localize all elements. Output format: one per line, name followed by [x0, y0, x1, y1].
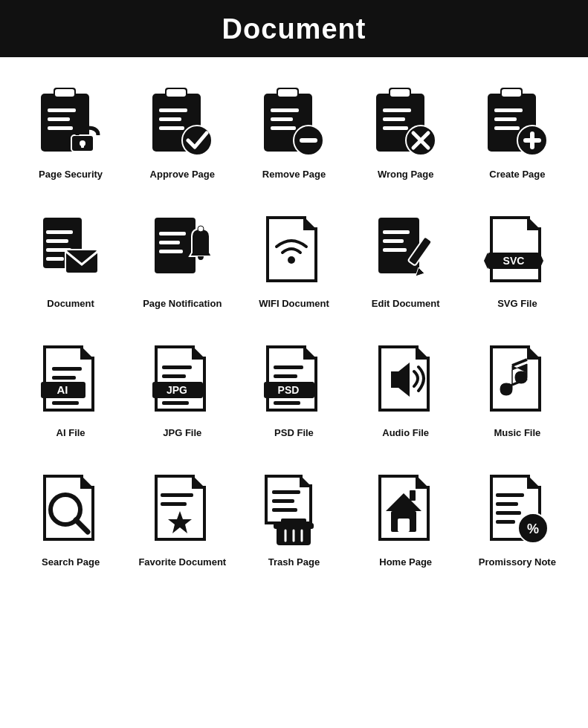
svg-rect-43	[530, 131, 534, 149]
svg-rect-29	[383, 108, 411, 112]
svg-rect-59	[383, 248, 407, 252]
svg-rect-13	[159, 108, 187, 112]
svg-rect-105	[496, 502, 518, 506]
svg-rect-73	[162, 365, 192, 369]
svg-rect-58	[383, 239, 404, 243]
svg-rect-53	[159, 250, 183, 253]
svg-rect-102	[398, 519, 410, 532]
svg-marker-65	[540, 253, 543, 269]
svg-rect-15	[159, 126, 184, 130]
svg-rect-91	[272, 490, 300, 494]
wifi-document-icon	[253, 210, 335, 292]
home-page-label: Home Page	[379, 556, 432, 580]
svg-rect-38	[494, 108, 523, 112]
icon-cell-create-page: Create Page	[462, 71, 573, 200]
svg-rect-28	[390, 89, 410, 97]
svg-text:PSD: PSD	[278, 384, 300, 396]
psd-file-icon: PSD	[253, 339, 335, 421]
icon-cell-page-security: Page Security	[15, 71, 126, 200]
wrong-page-label: Wrong Page	[378, 169, 434, 192]
svg-rect-50	[155, 218, 196, 273]
icon-cell-remove-page: Remove Page	[238, 71, 349, 200]
svg-text:%: %	[527, 521, 539, 536]
svg-rect-52	[159, 241, 180, 244]
page-security-icon	[30, 81, 112, 163]
promissory-note-icon: %	[476, 469, 558, 550]
svg-rect-70	[52, 401, 79, 405]
svg-rect-89	[161, 502, 187, 506]
icon-cell-page-notification: Page Notification	[126, 200, 238, 329]
jpg-file-label: JPG File	[163, 427, 201, 451]
trash-page-icon	[253, 469, 335, 550]
icon-cell-trash-page: Trash Page	[238, 458, 349, 588]
svg-rect-78	[274, 365, 303, 369]
svg-rect-5	[48, 126, 73, 130]
icon-cell-edit-document: Edit Document	[350, 200, 462, 329]
search-page-label: Search Page	[42, 556, 100, 580]
create-page-label: Create Page	[489, 169, 545, 192]
svg-rect-104	[496, 493, 524, 497]
wifi-document-label: WIFI Document	[259, 298, 329, 322]
svg-rect-3	[48, 108, 76, 112]
svg-rect-96	[281, 519, 306, 524]
icon-cell-audio-file: Audio File	[350, 329, 462, 458]
icon-cell-svg-file: SVC SVG File	[462, 200, 573, 329]
svg-rect-74	[162, 374, 186, 378]
page-notification-label: Page Notification	[143, 298, 222, 322]
document-icon	[30, 210, 112, 292]
svg-text:JPG: JPG	[167, 384, 187, 396]
svg-rect-69	[52, 376, 76, 380]
music-file-label: Music File	[494, 427, 540, 451]
svg-marker-100	[386, 493, 421, 511]
icon-cell-ai-file: AI AI File	[15, 329, 126, 458]
svg-rect-37	[502, 89, 521, 97]
svg-rect-80	[274, 401, 300, 405]
home-page-icon	[365, 469, 447, 550]
svg-rect-79	[274, 374, 297, 378]
trash-page-label: Trash Page	[268, 556, 320, 580]
svg-rect-23	[271, 126, 296, 130]
page-notification-icon	[141, 210, 223, 292]
icon-cell-favorite-document: Favorite Document	[126, 458, 238, 588]
svg-rect-88	[161, 493, 193, 497]
page-title: Document	[0, 0, 588, 57]
svg-rect-107	[496, 520, 515, 524]
svg-point-82	[500, 383, 512, 395]
ai-file-label: AI File	[56, 427, 85, 451]
svg-rect-21	[271, 108, 299, 112]
psd-file-label: PSD File	[274, 427, 314, 451]
icon-cell-wrong-page: Wrong Page	[350, 71, 462, 200]
svg-line-87	[76, 520, 88, 532]
icon-cell-document: Document	[15, 200, 126, 329]
svg-rect-40	[494, 126, 520, 130]
svg-point-54	[198, 226, 204, 232]
icon-cell-psd-file: PSD PSD File	[238, 329, 349, 458]
svg-rect-14	[159, 117, 181, 121]
svg-rect-93	[272, 508, 297, 512]
svg-rect-103	[410, 490, 416, 501]
icon-cell-music-file: Music File	[462, 329, 573, 458]
icon-cell-wifi-document: WIFI Document	[238, 200, 349, 329]
approve-page-label: Approve Page	[150, 169, 215, 192]
svg-file-icon: SVC	[476, 210, 558, 292]
svg-rect-9	[81, 143, 84, 148]
audio-file-icon	[365, 339, 447, 421]
search-page-icon	[30, 469, 112, 550]
edit-document-icon	[365, 210, 447, 292]
icon-cell-jpg-file: JPG JPG File	[126, 329, 238, 458]
music-file-icon	[476, 339, 558, 421]
document-label: Document	[47, 298, 94, 322]
svg-rect-39	[494, 117, 517, 121]
icon-cell-approve-page: Approve Page	[126, 71, 238, 200]
approve-page-icon	[141, 81, 223, 163]
svg-marker-90	[168, 511, 192, 533]
svg-rect-57	[383, 230, 410, 234]
svg-rect-30	[383, 117, 405, 121]
svg-rect-4	[48, 117, 70, 121]
svg-rect-20	[278, 89, 297, 97]
icon-cell-search-page: Search Page	[15, 458, 126, 588]
icon-grid: Page Security Approve Page	[0, 63, 588, 595]
svg-rect-106	[496, 511, 521, 515]
svg-file-label: SVG File	[497, 298, 537, 322]
create-page-icon	[476, 81, 558, 163]
